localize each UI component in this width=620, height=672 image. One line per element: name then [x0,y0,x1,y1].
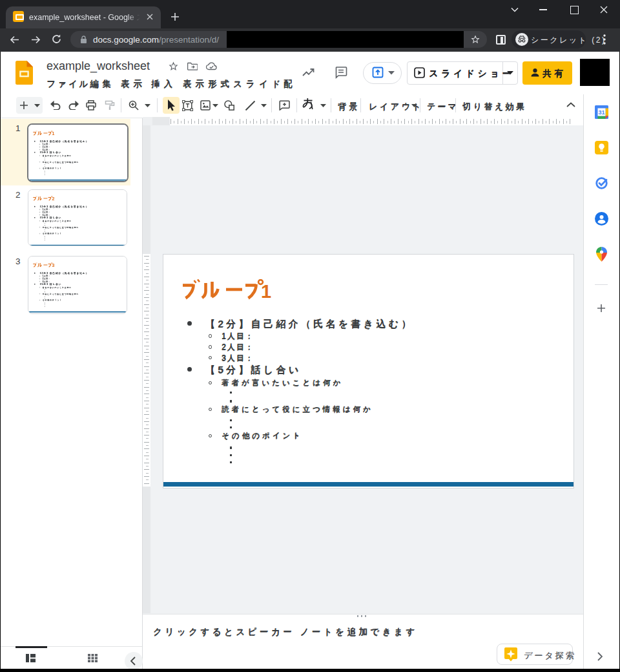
svg-text:1: 1 [52,131,54,136]
svg-text:31: 31 [598,109,604,116]
svg-text:1: 1 [261,281,271,301]
svg-text:2: 2 [52,196,54,201]
svg-text:3: 3 [52,263,54,268]
